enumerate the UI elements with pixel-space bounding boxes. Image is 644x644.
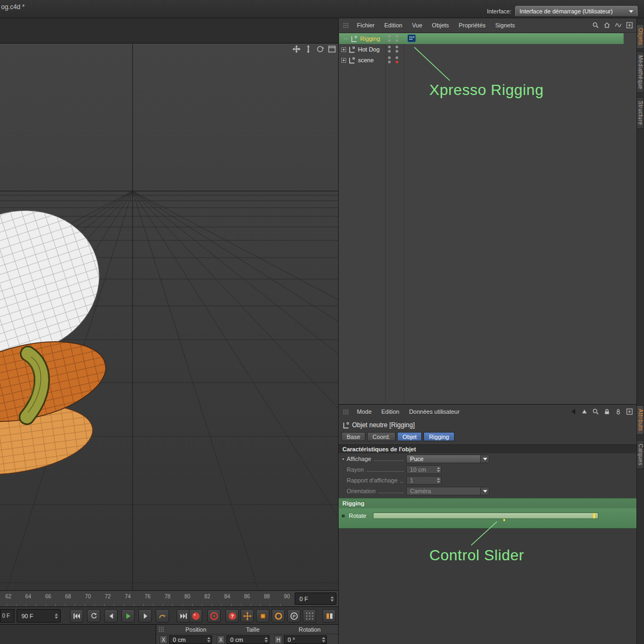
toggle-view-icon[interactable] [328,45,336,53]
menu-donnees-utilisateur[interactable]: Données utilisateur [404,408,464,415]
record-keyframe-button[interactable] [189,609,202,623]
section-object-properties[interactable]: Caractéristiques de l'objet [339,444,636,453]
key-position-toggle[interactable] [240,609,254,623]
rotate-slider[interactable] [373,513,598,519]
visibility-toggle-editor[interactable] [388,56,391,63]
next-frame-button[interactable] [138,609,152,623]
hotdog-model[interactable] [0,189,118,484]
object-manager: Fichier Edition Vue Objets Propriétés Si… [339,18,636,404]
orbit-view-icon[interactable] [316,45,324,53]
side-tab-attributs[interactable]: Attributs [637,405,644,435]
play-reverse-button[interactable] [87,609,100,623]
panel-handle-icon[interactable] [343,23,349,28]
menu-objets[interactable]: Objets [427,22,454,28]
add-panel-icon[interactable] [626,408,633,415]
expand-toggle-icon[interactable] [341,47,346,52]
rapport-field[interactable]: 1 [406,476,442,485]
key-pla-toggle[interactable] [303,609,316,623]
rotation-h-field[interactable]: 0 ° [284,635,327,644]
side-tab-mediatheque[interactable]: Médiathèque [637,52,644,93]
position-x-value: 0 cm [173,636,186,643]
record-active-objects-button[interactable] [207,609,221,623]
section-rigging[interactable]: Rigging [339,499,636,508]
play-button[interactable] [121,609,135,623]
side-tab-objets[interactable]: Objets [637,24,644,49]
goto-end-button[interactable] [177,609,190,623]
autokey-button[interactable]: ? [225,609,239,623]
menu-proprietes[interactable]: Propriétés [454,22,491,28]
range-start-field[interactable]: 0 F [0,609,14,623]
menu-signets[interactable]: Signets [491,22,520,28]
object-name[interactable]: Hot Dog [358,46,379,53]
menu-mode[interactable]: Mode [352,408,377,415]
interface-dropdown[interactable]: Interface de démarrage (Utilisateur) [515,6,638,17]
tab-coord[interactable]: Coord. [367,432,396,441]
scale-x-group: X 0 cm [217,635,269,644]
range-stepper-arrows[interactable] [55,613,58,619]
keyframe-bullet[interactable] [342,458,345,460]
visibility-toggle-render[interactable] [396,35,398,42]
key-scale-toggle[interactable] [256,609,269,623]
visibility-toggle-render[interactable] [396,46,398,53]
orientation-dropdown[interactable]: Caméra [406,487,489,495]
key-parameter-toggle[interactable]: P [287,609,301,623]
rayon-field[interactable]: 10 cm [406,465,442,474]
stepper-arrows[interactable] [322,637,325,642]
dolly-view-icon[interactable] [304,45,312,53]
tab-objet[interactable]: Objet [397,432,422,441]
object-row-scene[interactable]: scene [339,55,624,65]
scale-x-field[interactable]: 0 cm [226,635,269,644]
side-tab-calques[interactable]: Calques [637,440,644,469]
key-rotation-toggle[interactable] [272,609,285,623]
xpresso-tag-icon[interactable] [407,34,416,42]
object-name[interactable]: Rigging [360,35,380,42]
perspective-viewport[interactable] [0,43,338,590]
keyframe-bullet[interactable] [342,515,345,517]
previous-frame-button[interactable] [104,609,118,623]
annotation-xpresso: Xpresso Rigging [429,82,544,99]
current-frame-field[interactable]: 0 F [295,592,336,605]
home-icon[interactable] [604,22,610,28]
stepper-arrows[interactable] [437,467,440,472]
affichage-dropdown[interactable]: Puce [406,455,489,463]
stepper-arrows[interactable] [437,478,440,483]
panel-handle-icon[interactable] [343,409,349,415]
goto-start-button[interactable] [70,609,83,623]
animation-palette-button[interactable] [323,609,336,623]
stepper-arrows[interactable] [265,637,268,642]
menu-edition[interactable]: Edition [379,22,407,28]
link-icon[interactable] [615,408,621,415]
play-forward-button[interactable] [156,609,169,623]
object-row-rigging[interactable]: Rigging [339,33,624,44]
object-row-hotdog[interactable]: Hot Dog [339,44,624,55]
slider-handle[interactable] [593,513,595,518]
tab-base[interactable]: Base [341,432,365,441]
search-icon[interactable] [592,408,599,415]
history-back-icon[interactable] [570,408,576,415]
visibility-toggle-editor[interactable] [388,35,391,42]
tab-rigging[interactable]: Rigging [423,432,454,441]
visibility-toggle-editor[interactable] [388,46,391,53]
timeline-ruler[interactable]: 62 64 66 68 70 72 74 76 78 80 82 84 86 8… [0,590,338,606]
path-icon[interactable] [615,22,621,28]
add-panel-icon[interactable] [626,22,633,28]
coordinates-header: Position Taille Rotation [156,625,338,634]
pin-icon[interactable] [581,408,588,415]
side-tab-structure[interactable]: Structure [637,97,644,129]
search-icon[interactable] [592,22,599,28]
range-end-value: 90 F [21,613,33,619]
expand-toggle-icon[interactable] [341,58,346,63]
menu-edition-am[interactable]: Edition [377,408,405,415]
stepper-arrows[interactable] [207,637,210,642]
visibility-toggle-render[interactable] [396,56,398,63]
panel-handle-icon[interactable] [158,626,164,632]
range-end-field[interactable]: 90 F [17,609,61,623]
object-name[interactable]: scene [358,57,374,63]
menu-vue[interactable]: Vue [407,22,427,28]
frame-stepper-arrows[interactable] [331,596,334,602]
pan-view-icon[interactable] [292,45,301,53]
menu-fichier[interactable]: Fichier [352,22,379,28]
rotate-label: Rotate [349,513,368,519]
lock-icon[interactable] [604,408,610,415]
position-x-field[interactable]: 0 cm [169,635,212,644]
